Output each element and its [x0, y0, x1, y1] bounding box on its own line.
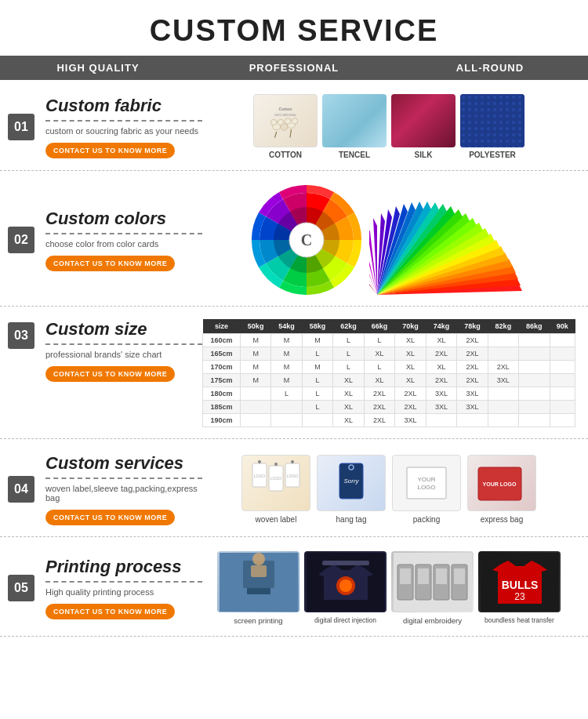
page-title: CUSTOM SERVICE [0, 0, 588, 56]
size-table-wrap: size50kg54kg58kg62kg66kg70kg74kg78kg82kg… [202, 319, 575, 427]
svg-text:YOUR LOGO: YOUR LOGO [483, 481, 517, 487]
subheader-professional: PROFESSIONAL [196, 56, 392, 80]
section-title-02: Custom colors [45, 209, 202, 229]
svg-rect-38 [247, 588, 270, 594]
print-screen-box [217, 551, 299, 612]
section-num-01: 01 [8, 114, 34, 140]
table-row: 160cmMMMLLXLXL2XL [203, 334, 575, 347]
service-woven: LOGO LOGO LOGO woven label [241, 455, 310, 524]
section-desc-03: professional brands' size chart [45, 350, 202, 359]
print-embroidery-label: digital embroidery [403, 616, 462, 625]
print-heat-box: BULLS 23 [478, 551, 561, 612]
svg-point-43 [339, 579, 352, 592]
print-digital-label: digital direct injection [314, 616, 376, 624]
fabric-tencel-label: TENCEL [339, 151, 370, 159]
section-title-05: Printing process [45, 557, 202, 577]
print-screen-label: screen printing [234, 616, 282, 625]
section-04: 04 Custom services woven label,sleeve ta… [0, 439, 588, 537]
service-packing-label: packing [413, 515, 440, 524]
fabric-silk: SILK [391, 94, 456, 159]
svg-text:YOUR: YOUR [417, 476, 435, 483]
section-visual-04: LOGO LOGO LOGO woven label Sorry hang ta… [202, 455, 575, 524]
section-title-01: Custom fabric [45, 96, 202, 116]
svg-text:100% NATURAL: 100% NATURAL [274, 113, 297, 116]
fabric-cotton: Cotton 100% NATURAL [253, 94, 318, 159]
contact-btn-04[interactable]: CONTACT US TO KNOW MORE [45, 510, 175, 525]
section-03: 03 Custom size professional brands' size… [0, 307, 588, 439]
svg-rect-13 [460, 94, 524, 147]
service-woven-box: LOGO LOGO LOGO [241, 455, 310, 511]
print-embroidery-box [391, 551, 474, 612]
svg-line-10 [290, 129, 292, 138]
service-express-box: YOUR LOGO [467, 455, 536, 511]
svg-point-5 [281, 123, 288, 130]
section-divider-02 [45, 233, 202, 234]
svg-text:LOGO: LOGO [287, 474, 299, 478]
section-info-01: Custom fabric custom or soucring fabric … [45, 96, 202, 158]
fabric-polyester: POLYESTER [460, 94, 524, 159]
section-visual-05: screen printing digital dir [202, 551, 575, 625]
svg-point-24 [291, 460, 294, 463]
section-num-04: 04 [8, 476, 34, 503]
section-visual-03: size50kg54kg58kg62kg66kg70kg74kg78kg82kg… [202, 319, 575, 427]
section-divider-04 [45, 478, 202, 479]
svg-point-8 [292, 118, 298, 124]
fabric-polyester-label: POLYESTER [469, 151, 516, 159]
svg-rect-49 [418, 568, 429, 584]
contact-btn-05[interactable]: CONTACT US TO KNOW MORE [45, 604, 175, 619]
size-body: 160cmMMMLLXLXL2XL165cmMMLLXLXL2XL2XL170c… [203, 334, 575, 427]
service-woven-label: woven label [256, 515, 297, 524]
color-visuals: C [252, 185, 526, 295]
print-heat-label: boundless heat transfer [485, 616, 554, 624]
svg-point-39 [252, 553, 265, 565]
section-desc-04: woven label,sleeve tag,packing,express b… [45, 484, 202, 503]
contact-btn-01[interactable]: CONTACT US TO KNOW MORE [45, 143, 175, 158]
print-embroidery: digital embroidery [391, 551, 474, 625]
fabric-silk-box [391, 94, 456, 147]
fabric-polyester-box [460, 94, 524, 147]
service-images: LOGO LOGO LOGO woven label Sorry hang ta… [241, 455, 536, 524]
subheader-bar: HIGH QUALITY PROFESSIONAL ALL-ROUND [0, 56, 588, 80]
print-digital-box [304, 551, 387, 612]
color-fan-svg [369, 185, 526, 295]
color-wheel-svg: C [252, 185, 361, 295]
section-desc-05: High quality printing process [45, 587, 202, 597]
svg-point-3 [270, 119, 277, 125]
section-05: 05 Printing process High quality printin… [0, 537, 588, 637]
svg-point-18 [258, 460, 261, 463]
section-info-03: Custom size professional brands' size ch… [45, 319, 202, 382]
section-01: 01 Custom fabric custom or soucring fabr… [0, 80, 588, 171]
svg-line-9 [275, 132, 277, 138]
svg-rect-51 [436, 568, 447, 584]
section-title-03: Custom size [45, 319, 202, 340]
svg-text:Cotton: Cotton [279, 107, 292, 111]
service-express-label: express bag [481, 515, 523, 524]
contact-btn-03[interactable]: CONTACT US TO KNOW MORE [45, 366, 175, 382]
section-num-02: 02 [8, 227, 34, 253]
svg-text:Sorry: Sorry [343, 478, 359, 485]
svg-text:23: 23 [514, 591, 525, 602]
table-row: 185cmLXL2XL2XL3XL3XL [203, 401, 575, 414]
section-divider-05 [45, 581, 202, 583]
table-row: 165cmMMLLXLXL2XL2XL [203, 347, 575, 361]
service-packing: YOUR LOGO packing [392, 455, 461, 524]
section-info-02: Custom colors choose color from color ca… [45, 209, 202, 271]
svg-text:LOGO: LOGO [270, 476, 282, 481]
size-table: size50kg54kg58kg62kg66kg70kg74kg78kg82kg… [202, 319, 575, 427]
fabric-tencel: TENCEL [322, 94, 387, 159]
contact-btn-02[interactable]: CONTACT US TO KNOW MORE [45, 256, 175, 271]
section-divider-01 [45, 120, 202, 122]
section-num-05: 05 [8, 575, 34, 601]
section-visual-01: Cotton 100% NATURAL [202, 94, 575, 159]
fabric-silk-label: SILK [415, 151, 433, 159]
print-digital: digital direct injection [304, 551, 387, 625]
svg-rect-31 [407, 467, 446, 499]
service-hang: Sorry hang tag [317, 455, 386, 524]
subheader-quality: HIGH QUALITY [0, 56, 196, 80]
section-info-05: Printing process High quality printing p… [45, 557, 202, 619]
fabric-cotton-box: Cotton 100% NATURAL [253, 94, 318, 147]
section-info-04: Custom services woven label,sleeve tag,p… [45, 453, 202, 525]
section-desc-02: choose color from color cards [45, 239, 202, 249]
section-visual-02: C [202, 185, 575, 295]
size-header-row: size50kg54kg58kg62kg66kg70kg74kg78kg82kg… [203, 319, 575, 334]
